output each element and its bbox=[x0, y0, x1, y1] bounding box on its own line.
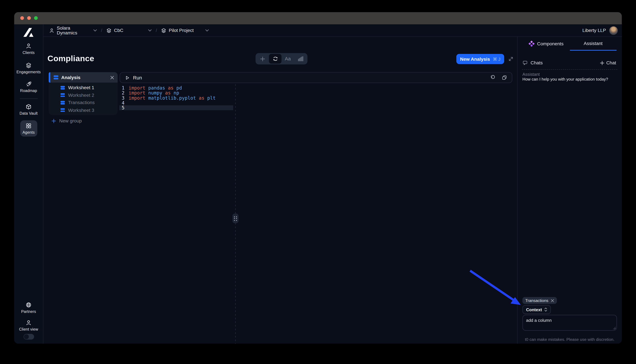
worksheet-list-item[interactable]: Transactions bbox=[49, 99, 118, 106]
worksheet-group-tab[interactable]: Analysis bbox=[49, 72, 118, 83]
rocket-icon bbox=[26, 81, 32, 87]
chip-label: Transactions bbox=[525, 298, 548, 302]
app-window: Clients Engagements Roadmap Data Vault A… bbox=[14, 12, 622, 344]
context-chip-transactions[interactable]: Transactions bbox=[522, 297, 557, 304]
breadcrumb-separator: / bbox=[156, 28, 157, 33]
chats-button[interactable]: Chats bbox=[522, 60, 543, 66]
minimize-window-button[interactable] bbox=[27, 16, 31, 20]
up-down-chevron-icon bbox=[544, 308, 547, 312]
plus-icon bbox=[52, 118, 56, 123]
worksheet-list-item[interactable]: Worksheet 3 bbox=[49, 106, 118, 114]
layers-icon bbox=[26, 62, 32, 68]
code-line[interactable]: 4 bbox=[119, 100, 233, 106]
new-chat-label: Chat bbox=[606, 60, 616, 65]
new-group-button[interactable]: New group bbox=[52, 118, 82, 123]
cube-icon bbox=[26, 104, 32, 110]
globe-icon bbox=[26, 302, 32, 308]
keyboard-shortcut: ⌘J bbox=[493, 56, 500, 62]
sidebar-item-clients[interactable]: Clients bbox=[23, 43, 35, 55]
refresh-icon bbox=[272, 56, 278, 62]
play-icon[interactable] bbox=[125, 75, 130, 80]
code-line[interactable]: 1import pandas as pd bbox=[119, 86, 233, 90]
panel-tabs: Components Assistant bbox=[518, 37, 622, 51]
code-editor[interactable]: 1import pandas as pd 2import numpy as np… bbox=[119, 86, 233, 110]
worksheet-label: Worksheet 3 bbox=[68, 108, 94, 112]
grid-icon bbox=[26, 123, 32, 129]
new-group-label: New group bbox=[59, 118, 82, 123]
new-analysis-button[interactable]: New Analysis ⌘J bbox=[456, 54, 504, 64]
sidebar-item-client-view[interactable]: Client view bbox=[19, 320, 38, 332]
left-sidebar: Clients Engagements Roadmap Data Vault A… bbox=[14, 24, 43, 344]
code-line[interactable]: 2import numpy as np bbox=[119, 90, 233, 96]
traffic-lights bbox=[20, 16, 38, 20]
worksheet-list: Worksheet 1 Worksheet 2 Transactions Wor… bbox=[49, 83, 118, 115]
add-button[interactable] bbox=[256, 54, 269, 64]
splitter-drag-handle[interactable] bbox=[232, 214, 238, 223]
plus-icon bbox=[260, 56, 265, 62]
sidebar-item-data-vault[interactable]: Data Vault bbox=[20, 104, 38, 116]
panel-divider bbox=[522, 69, 617, 70]
components-diamond-icon bbox=[528, 40, 535, 47]
chevron-down-icon bbox=[93, 29, 97, 32]
breadcrumb-label: CbC bbox=[114, 28, 123, 33]
chart-button[interactable] bbox=[294, 54, 307, 64]
tab-components[interactable]: Components bbox=[523, 37, 570, 51]
new-chat-button[interactable]: Chat bbox=[600, 60, 616, 65]
undo-icon[interactable] bbox=[490, 75, 495, 80]
worksheet-list-item[interactable]: Worksheet 2 bbox=[49, 91, 118, 99]
sidebar-item-agents[interactable]: Agents bbox=[20, 120, 37, 136]
expand-icon[interactable] bbox=[508, 56, 514, 62]
tab-assistant[interactable]: Assistant bbox=[570, 37, 617, 51]
worksheet-list-item[interactable]: Worksheet 1 bbox=[49, 84, 118, 91]
worksheet-label: Worksheet 2 bbox=[68, 93, 94, 98]
composer-wrap: add a column bbox=[522, 315, 617, 331]
main-content: Compliance Aa New Analysis ⌘J Analysis bbox=[43, 37, 517, 344]
layers-icon bbox=[161, 28, 166, 33]
code-line-active[interactable]: 5 bbox=[119, 106, 233, 110]
sidebar-item-label: Agents bbox=[23, 130, 35, 134]
plus-icon bbox=[600, 60, 604, 65]
close-icon[interactable] bbox=[110, 76, 114, 79]
breadcrumb-engagement[interactable]: CbC bbox=[106, 28, 152, 33]
context-label: Context bbox=[526, 307, 542, 312]
assistant-message: How can I help you with your application… bbox=[522, 77, 608, 82]
close-icon[interactable] bbox=[551, 299, 554, 302]
sidebar-item-partners[interactable]: Partners bbox=[21, 302, 36, 314]
chat-bubble-icon bbox=[522, 60, 528, 66]
run-button[interactable]: Run bbox=[133, 75, 142, 80]
user-avatar[interactable] bbox=[609, 26, 618, 34]
sidebar-item-label: Clients bbox=[23, 50, 35, 55]
new-analysis-label: New Analysis bbox=[460, 56, 490, 62]
assistant-panel: Components Assistant Chats Chat Assistan… bbox=[517, 37, 622, 344]
text-format-button[interactable]: Aa bbox=[281, 54, 294, 64]
code-line[interactable]: 3import matplotlib.pyplot as plt bbox=[119, 96, 233, 100]
chat-input[interactable]: add a column bbox=[522, 315, 617, 331]
person-icon bbox=[49, 28, 54, 33]
context-selector[interactable]: Context bbox=[522, 305, 551, 314]
layers-icon bbox=[106, 28, 112, 33]
breadcrumb-label: Pilot Project bbox=[169, 28, 194, 33]
sidebar-item-roadmap[interactable]: Roadmap bbox=[20, 81, 37, 93]
tab-label: Components bbox=[537, 41, 564, 46]
worksheet-label: Worksheet 1 bbox=[68, 85, 94, 90]
worksheet-label: Transactions bbox=[68, 100, 95, 105]
refresh-button[interactable] bbox=[269, 54, 281, 64]
command-key-glyph: ⌘ bbox=[493, 56, 497, 62]
copy-icon[interactable] bbox=[502, 75, 507, 80]
close-window-button[interactable] bbox=[20, 16, 24, 20]
worksheet-group-title: Analysis bbox=[61, 75, 81, 80]
sidebar-item-label: Client view bbox=[19, 327, 38, 332]
breadcrumb-project[interactable]: Pilot Project bbox=[161, 28, 209, 33]
sidebar-item-engagements[interactable]: Engagements bbox=[17, 62, 41, 74]
view-toolbar: Aa bbox=[255, 53, 307, 64]
client-view-toggle[interactable] bbox=[23, 334, 34, 340]
bar-chart-icon bbox=[297, 56, 303, 62]
breadcrumb-company[interactable]: Solara Dynamics bbox=[49, 26, 97, 35]
tab-label: Assistant bbox=[584, 41, 602, 46]
screen: Clients Engagements Roadmap Data Vault A… bbox=[0, 0, 636, 364]
zoom-window-button[interactable] bbox=[34, 16, 38, 20]
disclaimer-text: t0 can make mistakes. Please use with di… bbox=[518, 337, 622, 342]
chats-label: Chats bbox=[530, 60, 543, 65]
assistant-role-label: Assistant bbox=[522, 72, 540, 76]
sidebar-item-label: Engagements bbox=[17, 70, 41, 74]
